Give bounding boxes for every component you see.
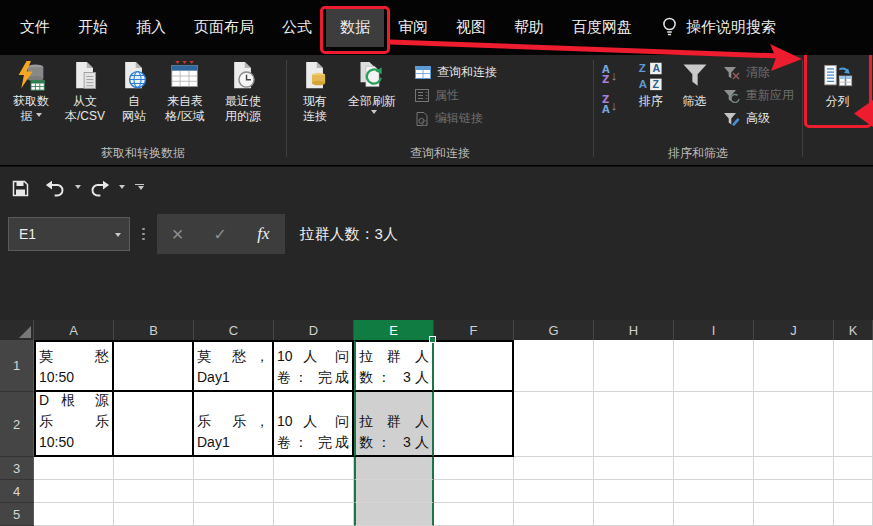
cell-C2[interactable]: 乐 乐，Day1 xyxy=(194,392,274,457)
cell-H4[interactable] xyxy=(594,480,674,503)
from-table-range-button[interactable]: 来自表 格/区域 xyxy=(156,55,214,146)
cell-I1[interactable] xyxy=(674,340,754,392)
cell-I5[interactable] xyxy=(674,503,754,526)
cell-H5[interactable] xyxy=(594,503,674,526)
cell-I3[interactable] xyxy=(674,457,754,480)
filter-button[interactable]: 筛选 xyxy=(672,55,717,146)
row-header-3[interactable]: 3 xyxy=(0,457,34,480)
cell-B4[interactable] xyxy=(114,480,194,503)
cell-A1[interactable]: 莫 愁10:50 xyxy=(34,340,114,392)
save-button[interactable] xyxy=(12,180,29,197)
advanced-filter-button[interactable]: 高级 xyxy=(723,110,794,127)
from-web-button[interactable]: 自 网站 xyxy=(112,55,156,146)
redo-button[interactable] xyxy=(89,180,110,197)
cell-D2[interactable]: 10 人 问卷： 完成 xyxy=(274,392,354,457)
column-header-C[interactable]: C xyxy=(194,320,274,340)
cell-F1[interactable] xyxy=(434,340,514,392)
insert-function-button[interactable]: fx xyxy=(257,224,269,244)
cell-K2[interactable] xyxy=(834,392,873,457)
column-header-A[interactable]: A xyxy=(34,320,114,340)
column-header-I[interactable]: I xyxy=(674,320,754,340)
row-header-4[interactable]: 4 xyxy=(0,480,34,503)
select-all-corner[interactable] xyxy=(0,320,34,340)
cell-B1[interactable] xyxy=(114,340,194,392)
sort-descending-button[interactable]: ZA↓ xyxy=(602,93,627,117)
cell-B5[interactable] xyxy=(114,503,194,526)
cell-I4[interactable] xyxy=(674,480,754,503)
menu-tab-审阅[interactable]: 审阅 xyxy=(384,8,442,47)
cell-A3[interactable] xyxy=(34,457,114,480)
cell-F2[interactable] xyxy=(434,392,514,457)
cell-J4[interactable] xyxy=(754,480,834,503)
menu-tab-插入[interactable]: 插入 xyxy=(122,8,180,47)
cell-B3[interactable] xyxy=(114,457,194,480)
column-header-B[interactable]: B xyxy=(114,320,194,340)
cell-B2[interactable] xyxy=(114,392,194,457)
column-header-K[interactable]: K xyxy=(834,320,873,340)
undo-button[interactable] xyxy=(45,180,66,197)
cell-G3[interactable] xyxy=(514,457,594,480)
column-header-F[interactable]: F xyxy=(434,320,514,340)
column-header-G[interactable]: G xyxy=(514,320,594,340)
redo-dropdown-caret-icon[interactable] xyxy=(119,185,125,192)
cell-D5[interactable] xyxy=(274,503,354,526)
cell-F5[interactable] xyxy=(434,503,514,526)
undo-dropdown-caret-icon[interactable] xyxy=(75,185,81,192)
row-header-1[interactable]: 1 xyxy=(0,340,34,392)
cell-A4[interactable] xyxy=(34,480,114,503)
queries-connections-button[interactable]: 查询和连接 xyxy=(415,64,497,81)
cell-D4[interactable] xyxy=(274,480,354,503)
cell-I2[interactable] xyxy=(674,392,754,457)
cell-G1[interactable] xyxy=(514,340,594,392)
formula-bar-content[interactable]: 拉群人数：3人 xyxy=(300,225,398,244)
refresh-all-button[interactable]: 全部刷新 xyxy=(339,55,405,146)
cell-E5[interactable] xyxy=(354,503,434,526)
cell-G2[interactable] xyxy=(514,392,594,457)
tell-me-search[interactable]: 操作说明搜索 xyxy=(662,17,776,38)
cell-J5[interactable] xyxy=(754,503,834,526)
cell-K4[interactable] xyxy=(834,480,873,503)
sort-ascending-button[interactable]: AZ↓ xyxy=(602,63,627,87)
cell-C3[interactable] xyxy=(194,457,274,480)
customize-quick-access-button[interactable] xyxy=(135,184,144,193)
cell-J1[interactable] xyxy=(754,340,834,392)
cell-D1[interactable]: 10 人 问卷： 完成 xyxy=(274,340,354,392)
cell-K1[interactable] xyxy=(834,340,873,392)
cell-E1[interactable]: 拉 群 人数： 3人 xyxy=(354,340,434,392)
cell-K3[interactable] xyxy=(834,457,873,480)
column-header-H[interactable]: H xyxy=(594,320,674,340)
get-data-button[interactable]: 获取数 据 xyxy=(4,55,58,146)
cell-F3[interactable] xyxy=(434,457,514,480)
name-box-caret-icon[interactable] xyxy=(115,233,121,240)
cell-H1[interactable] xyxy=(594,340,674,392)
column-header-D[interactable]: D xyxy=(274,320,354,340)
sort-button[interactable]: Z A A Z 排序 xyxy=(629,55,672,146)
cell-J3[interactable] xyxy=(754,457,834,480)
cell-D3[interactable] xyxy=(274,457,354,480)
cell-E4[interactable] xyxy=(354,480,434,503)
row-header-2[interactable]: 2 xyxy=(0,392,34,457)
cell-A5[interactable] xyxy=(34,503,114,526)
cell-C4[interactable] xyxy=(194,480,274,503)
menu-tab-视图[interactable]: 视图 xyxy=(442,8,500,47)
name-box[interactable]: E1 xyxy=(8,217,130,251)
cell-H2[interactable] xyxy=(594,392,674,457)
menu-tab-公式[interactable]: 公式 xyxy=(268,8,326,47)
column-header-J[interactable]: J xyxy=(754,320,834,340)
existing-connections-button[interactable]: 现有 连接 xyxy=(291,55,339,146)
cell-G4[interactable] xyxy=(514,480,594,503)
menu-tab-页面布局[interactable]: 页面布局 xyxy=(180,8,268,47)
menu-tab-文件[interactable]: 文件 xyxy=(6,8,64,47)
cell-E3[interactable] xyxy=(354,457,434,480)
fill-handle[interactable] xyxy=(429,336,436,343)
recent-sources-button[interactable]: 最近使 用的源 xyxy=(214,55,272,146)
menu-tab-帮助[interactable]: 帮助 xyxy=(500,8,558,47)
row-header-5[interactable]: 5 xyxy=(0,503,34,526)
cell-K5[interactable] xyxy=(834,503,873,526)
column-header-E[interactable]: E xyxy=(354,320,434,340)
menu-tab-开始[interactable]: 开始 xyxy=(64,8,122,47)
cell-C5[interactable] xyxy=(194,503,274,526)
cell-H3[interactable] xyxy=(594,457,674,480)
cell-A2[interactable]: D 根 源乐 乐10:50 xyxy=(34,392,114,457)
cell-G5[interactable] xyxy=(514,503,594,526)
